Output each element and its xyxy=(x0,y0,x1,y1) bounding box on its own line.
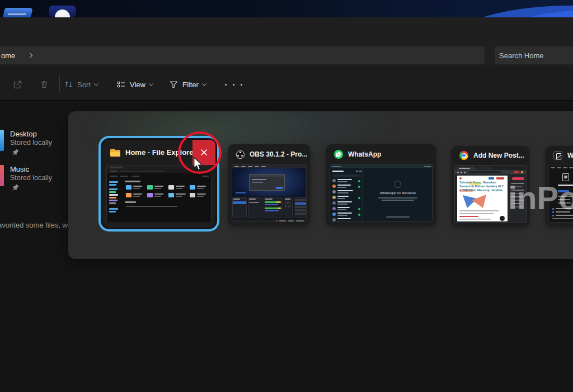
thumbnail-preview-whatsapp: WhatsApp for Windows xyxy=(330,164,433,222)
address-bar[interactable]: ome xyxy=(0,46,485,64)
sort-button[interactable]: Sort xyxy=(64,77,98,92)
thumbnail-title-row: WhatsApp xyxy=(326,144,436,164)
see-more-button[interactable] xyxy=(223,77,244,92)
delete-button[interactable] xyxy=(35,77,54,92)
explorer-address-row: ome Search Home xyxy=(0,45,573,67)
page-heading: Tahukah Kamu, Menekan Tombol di Pilihan … xyxy=(459,181,506,192)
view-label: View xyxy=(130,81,145,89)
thumbnail-preview-obs xyxy=(232,164,307,222)
breadcrumb[interactable]: ome xyxy=(1,51,15,60)
desktop-icon-partial-1 xyxy=(3,8,33,17)
thumbnail-preview-file-explorer xyxy=(106,165,212,223)
search-placeholder: Search Home xyxy=(499,51,543,60)
screen: ome Search Home Sort xyxy=(0,0,573,392)
thumbnail-title: W xyxy=(567,152,573,159)
sidebar-item-label: Music xyxy=(10,165,29,173)
empty-state-hint: avorited some files, we xyxy=(0,221,72,229)
task-thumbnail-obs[interactable]: OBS 30.1.2 - Pro... xyxy=(228,144,310,225)
trash-icon xyxy=(40,80,49,89)
thumbnail-title-row: Add New Post... xyxy=(452,146,529,165)
thumbnail-title-row: W xyxy=(546,146,573,165)
watermark: inPoin xyxy=(508,179,573,216)
music-folder-icon xyxy=(0,165,4,186)
mouse-cursor xyxy=(193,157,203,171)
desktop-icon-partial-2 xyxy=(49,6,76,17)
view-button[interactable]: View xyxy=(116,77,153,92)
view-chevron-icon xyxy=(149,81,153,86)
obs-icon xyxy=(236,150,245,159)
whatsapp-icon xyxy=(334,150,343,159)
sidebar-item-sublabel: Stored locally xyxy=(10,174,52,182)
pin-icon xyxy=(12,183,20,191)
more-icon xyxy=(225,84,227,86)
chrome-icon xyxy=(459,151,468,160)
thumbnail-title: WhatsApp xyxy=(348,150,381,158)
explorer-toolbar: Sort View Filter xyxy=(0,67,573,101)
sort-icon xyxy=(64,80,73,89)
folder-icon xyxy=(110,149,120,157)
notepad-icon xyxy=(553,151,562,160)
desktop-wallpaper xyxy=(0,0,573,17)
share-button[interactable] xyxy=(8,77,27,92)
sort-label: Sort xyxy=(77,81,91,89)
thumbnail-title-row: OBS 30.1.2 - Pro... xyxy=(228,144,310,164)
filter-label: Filter xyxy=(182,81,199,89)
share-icon xyxy=(13,80,22,89)
sidebar-item-sublabel: Stored locally xyxy=(10,139,52,147)
desktop-folder-icon xyxy=(0,130,4,151)
task-thumbnail-whatsapp[interactable]: WhatsApp xyxy=(326,144,436,225)
thumbnail-title: OBS 30.1.2 - Pro... xyxy=(250,150,307,158)
search-box[interactable]: Search Home xyxy=(495,46,573,64)
explorer-titlebar xyxy=(0,17,573,45)
sidebar-item-label: Desktop xyxy=(10,130,37,138)
thumbnail-title: Add New Post... xyxy=(473,152,524,159)
whatsapp-placeholder-title: WhatsApp for Windows xyxy=(377,191,418,195)
pin-icon xyxy=(12,148,20,156)
filter-chevron-icon xyxy=(202,81,206,86)
filter-button[interactable]: Filter xyxy=(169,77,206,92)
view-icon xyxy=(116,80,126,89)
breadcrumb-chevron-icon xyxy=(28,53,32,58)
filter-icon xyxy=(169,80,179,89)
sort-chevron-icon xyxy=(94,81,98,86)
